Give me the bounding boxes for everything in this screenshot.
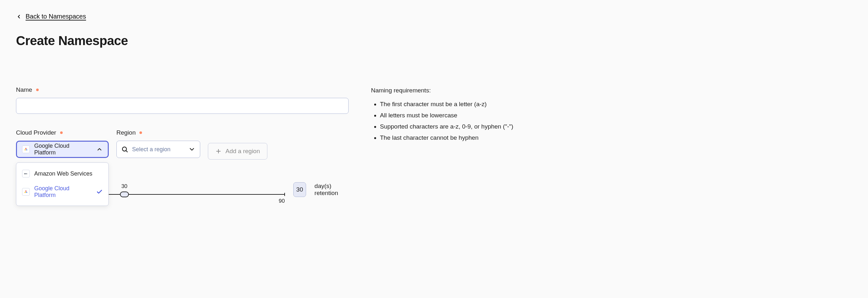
add-region-label: Add a region xyxy=(225,148,260,155)
naming-req-item: Supported characters are a-z, 0-9, or hy… xyxy=(380,121,852,132)
naming-requirements: Naming requirements: The first character… xyxy=(371,86,852,143)
provider-select[interactable]: Google Cloud Platform xyxy=(16,141,109,158)
retention-unit-label: day(s) retention xyxy=(314,183,349,197)
provider-field: Cloud Provider Google Cloud Platform xyxy=(16,129,109,158)
naming-req-list: The first character must be a letter (a-… xyxy=(371,98,852,143)
name-input[interactable] xyxy=(16,98,349,114)
naming-req-item: The first character must be a letter (a-… xyxy=(380,98,852,110)
chevron-left-icon xyxy=(16,14,22,20)
page-title: Create Namespace xyxy=(16,34,852,48)
svg-text:aws: aws xyxy=(24,173,27,174)
region-label: Region xyxy=(116,129,135,136)
create-namespace-page: Back to Namespaces Create Namespace Name… xyxy=(0,0,868,298)
aws-icon: aws xyxy=(22,170,30,177)
gcp-icon xyxy=(22,145,30,153)
back-link[interactable]: Back to Namespaces xyxy=(16,13,86,20)
gcp-icon xyxy=(22,188,30,196)
form-area: Name Cloud Provider Google Cloud Pla xyxy=(16,86,852,199)
region-placeholder: Select a region xyxy=(132,146,185,153)
svg-line-2 xyxy=(126,151,127,152)
retention-value-box[interactable]: 30 xyxy=(293,182,306,197)
name-field: Name xyxy=(16,86,349,114)
slider-thumb[interactable] xyxy=(120,192,129,197)
form-left: Name Cloud Provider Google Cloud Pla xyxy=(16,86,349,199)
chevron-down-icon xyxy=(188,146,195,153)
name-label: Name xyxy=(16,86,32,93)
add-region-button[interactable]: Add a region xyxy=(208,143,267,160)
plus-icon xyxy=(215,148,222,155)
slider-max-label: 90 xyxy=(279,198,285,204)
provider-option-aws[interactable]: aws Amazon Web Services xyxy=(16,166,108,181)
provider-region-row: Cloud Provider Google Cloud Platform xyxy=(16,129,349,160)
required-indicator xyxy=(36,89,39,91)
naming-req-title: Naming requirements: xyxy=(371,87,852,94)
required-indicator xyxy=(60,131,63,134)
provider-dropdown: aws Amazon Web Services Google Cloud Pla… xyxy=(16,162,109,206)
provider-option-gcp[interactable]: Google Cloud Platform xyxy=(16,181,108,202)
naming-req-item: All letters must be lowercase xyxy=(380,110,852,121)
provider-option-label: Amazon Web Services xyxy=(34,170,103,177)
slider-thumb-label: 30 xyxy=(121,183,127,190)
chevron-up-icon xyxy=(96,146,103,153)
provider-option-label: Google Cloud Platform xyxy=(34,185,92,199)
naming-req-item: The last character cannot be hyphen xyxy=(380,132,852,143)
check-icon xyxy=(96,189,103,195)
region-select[interactable]: Select a region xyxy=(116,141,200,158)
provider-label: Cloud Provider xyxy=(16,129,56,136)
add-region-col: Add a region xyxy=(208,129,267,160)
required-indicator xyxy=(140,131,142,134)
back-link-label: Back to Namespaces xyxy=(26,13,86,20)
provider-selected-label: Google Cloud Platform xyxy=(34,143,92,156)
region-field: Region Select a region xyxy=(116,129,200,158)
search-icon xyxy=(121,146,128,153)
